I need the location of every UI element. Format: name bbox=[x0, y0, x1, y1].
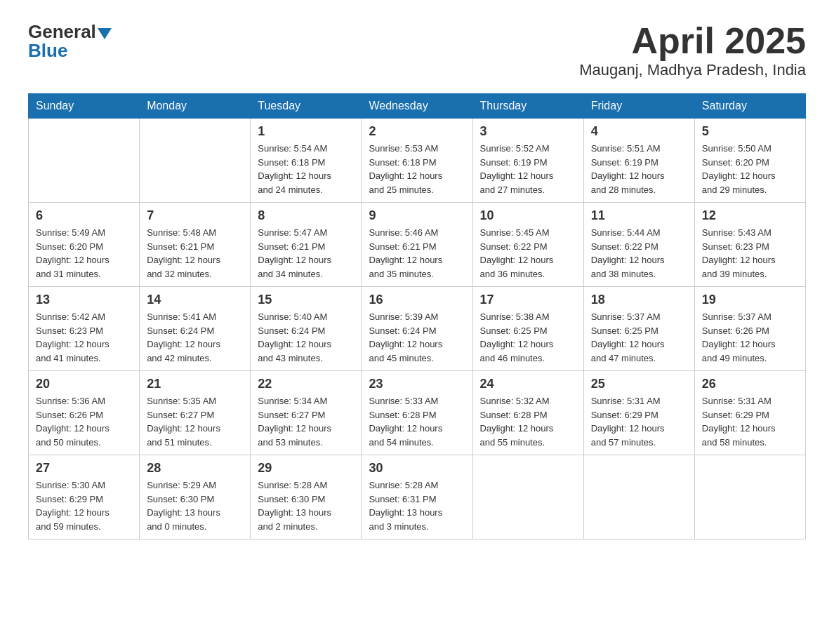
calendar-week-row: 20Sunrise: 5:36 AMSunset: 6:26 PMDayligh… bbox=[29, 371, 806, 455]
day-number: 17 bbox=[480, 293, 576, 307]
calendar-cell: 2Sunrise: 5:53 AMSunset: 6:18 PMDaylight… bbox=[362, 119, 472, 203]
day-info: Sunrise: 5:38 AMSunset: 6:25 PMDaylight:… bbox=[480, 310, 576, 365]
calendar-cell: 3Sunrise: 5:52 AMSunset: 6:19 PMDaylight… bbox=[472, 119, 583, 203]
day-info: Sunrise: 5:28 AMSunset: 6:30 PMDaylight:… bbox=[258, 478, 354, 533]
day-info: Sunrise: 5:34 AMSunset: 6:27 PMDaylight:… bbox=[258, 394, 354, 449]
day-info: Sunrise: 5:54 AMSunset: 6:18 PMDaylight:… bbox=[258, 142, 354, 196]
calendar-cell bbox=[583, 455, 694, 539]
calendar-week-row: 13Sunrise: 5:42 AMSunset: 6:23 PMDayligh… bbox=[29, 287, 806, 371]
day-info: Sunrise: 5:40 AMSunset: 6:24 PMDaylight:… bbox=[258, 310, 354, 365]
title-area: April 2025 Mauganj, Madhya Pradesh, Indi… bbox=[579, 21, 806, 79]
day-number: 23 bbox=[369, 377, 465, 391]
day-number: 5 bbox=[702, 124, 798, 139]
calendar-header-sunday: Sunday bbox=[29, 94, 140, 119]
calendar-cell: 20Sunrise: 5:36 AMSunset: 6:26 PMDayligh… bbox=[29, 371, 140, 455]
calendar-cell: 9Sunrise: 5:46 AMSunset: 6:21 PMDaylight… bbox=[362, 203, 472, 287]
calendar-cell: 11Sunrise: 5:44 AMSunset: 6:22 PMDayligh… bbox=[583, 203, 694, 287]
calendar-cell: 1Sunrise: 5:54 AMSunset: 6:18 PMDaylight… bbox=[251, 119, 362, 203]
day-info: Sunrise: 5:47 AMSunset: 6:21 PMDaylight:… bbox=[258, 226, 354, 281]
day-info: Sunrise: 5:39 AMSunset: 6:24 PMDaylight:… bbox=[369, 310, 465, 365]
calendar-cell: 19Sunrise: 5:37 AMSunset: 6:26 PMDayligh… bbox=[694, 287, 805, 371]
calendar-header-thursday: Thursday bbox=[472, 94, 583, 119]
calendar-cell: 13Sunrise: 5:42 AMSunset: 6:23 PMDayligh… bbox=[29, 287, 140, 371]
day-number: 20 bbox=[36, 377, 132, 391]
day-info: Sunrise: 5:42 AMSunset: 6:23 PMDaylight:… bbox=[36, 310, 132, 365]
calendar-week-row: 6Sunrise: 5:49 AMSunset: 6:20 PMDaylight… bbox=[29, 203, 806, 287]
day-number: 24 bbox=[480, 377, 576, 391]
day-info: Sunrise: 5:29 AMSunset: 6:30 PMDaylight:… bbox=[147, 478, 243, 533]
calendar-cell: 28Sunrise: 5:29 AMSunset: 6:30 PMDayligh… bbox=[140, 455, 251, 539]
day-number: 30 bbox=[369, 461, 465, 476]
calendar-header-friday: Friday bbox=[583, 94, 694, 119]
day-number: 2 bbox=[369, 124, 465, 139]
calendar-cell bbox=[29, 119, 140, 203]
day-info: Sunrise: 5:50 AMSunset: 6:20 PMDaylight:… bbox=[702, 142, 798, 196]
day-number: 22 bbox=[258, 377, 354, 391]
day-number: 6 bbox=[36, 208, 132, 223]
calendar-cell: 15Sunrise: 5:40 AMSunset: 6:24 PMDayligh… bbox=[251, 287, 362, 371]
calendar-cell: 17Sunrise: 5:38 AMSunset: 6:25 PMDayligh… bbox=[472, 287, 583, 371]
calendar-cell: 8Sunrise: 5:47 AMSunset: 6:21 PMDaylight… bbox=[251, 203, 362, 287]
day-number: 11 bbox=[591, 208, 687, 223]
day-info: Sunrise: 5:48 AMSunset: 6:21 PMDaylight:… bbox=[147, 226, 243, 281]
day-info: Sunrise: 5:30 AMSunset: 6:29 PMDaylight:… bbox=[36, 478, 132, 533]
day-info: Sunrise: 5:43 AMSunset: 6:23 PMDaylight:… bbox=[702, 226, 798, 281]
calendar-cell: 23Sunrise: 5:33 AMSunset: 6:28 PMDayligh… bbox=[362, 371, 472, 455]
day-info: Sunrise: 5:33 AMSunset: 6:28 PMDaylight:… bbox=[369, 394, 465, 449]
calendar-cell: 14Sunrise: 5:41 AMSunset: 6:24 PMDayligh… bbox=[140, 287, 251, 371]
day-info: Sunrise: 5:41 AMSunset: 6:24 PMDaylight:… bbox=[147, 310, 243, 365]
calendar-week-row: 1Sunrise: 5:54 AMSunset: 6:18 PMDaylight… bbox=[29, 119, 806, 203]
calendar-cell: 10Sunrise: 5:45 AMSunset: 6:22 PMDayligh… bbox=[472, 203, 583, 287]
day-number: 9 bbox=[369, 208, 465, 223]
day-number: 13 bbox=[36, 293, 132, 307]
calendar-cell bbox=[472, 455, 583, 539]
day-number: 21 bbox=[147, 377, 243, 391]
day-number: 12 bbox=[702, 208, 798, 223]
day-info: Sunrise: 5:37 AMSunset: 6:25 PMDaylight:… bbox=[591, 310, 687, 365]
calendar-cell: 29Sunrise: 5:28 AMSunset: 6:30 PMDayligh… bbox=[251, 455, 362, 539]
calendar-cell: 26Sunrise: 5:31 AMSunset: 6:29 PMDayligh… bbox=[694, 371, 805, 455]
page-header: General Blue April 2025 Mauganj, Madhya … bbox=[28, 21, 806, 79]
day-number: 7 bbox=[147, 208, 243, 223]
calendar-cell: 7Sunrise: 5:48 AMSunset: 6:21 PMDaylight… bbox=[140, 203, 251, 287]
day-info: Sunrise: 5:35 AMSunset: 6:27 PMDaylight:… bbox=[147, 394, 243, 449]
day-number: 1 bbox=[258, 124, 354, 139]
calendar-cell: 25Sunrise: 5:31 AMSunset: 6:29 PMDayligh… bbox=[583, 371, 694, 455]
calendar-cell bbox=[140, 119, 251, 203]
calendar-cell: 22Sunrise: 5:34 AMSunset: 6:27 PMDayligh… bbox=[251, 371, 362, 455]
calendar-cell: 24Sunrise: 5:32 AMSunset: 6:28 PMDayligh… bbox=[472, 371, 583, 455]
calendar-cell bbox=[694, 455, 805, 539]
day-info: Sunrise: 5:51 AMSunset: 6:19 PMDaylight:… bbox=[591, 142, 687, 196]
day-info: Sunrise: 5:32 AMSunset: 6:28 PMDaylight:… bbox=[480, 394, 576, 449]
day-number: 14 bbox=[147, 293, 243, 307]
day-info: Sunrise: 5:46 AMSunset: 6:21 PMDaylight:… bbox=[369, 226, 465, 281]
calendar-header-saturday: Saturday bbox=[694, 94, 805, 119]
calendar-cell: 18Sunrise: 5:37 AMSunset: 6:25 PMDayligh… bbox=[583, 287, 694, 371]
calendar-header-wednesday: Wednesday bbox=[362, 94, 472, 119]
month-title: April 2025 bbox=[579, 21, 806, 61]
day-info: Sunrise: 5:45 AMSunset: 6:22 PMDaylight:… bbox=[480, 226, 576, 281]
calendar-cell: 12Sunrise: 5:43 AMSunset: 6:23 PMDayligh… bbox=[694, 203, 805, 287]
location-title: Mauganj, Madhya Pradesh, India bbox=[579, 61, 806, 79]
day-info: Sunrise: 5:37 AMSunset: 6:26 PMDaylight:… bbox=[702, 310, 798, 365]
day-number: 29 bbox=[258, 461, 354, 476]
calendar-cell: 5Sunrise: 5:50 AMSunset: 6:20 PMDaylight… bbox=[694, 119, 805, 203]
day-info: Sunrise: 5:31 AMSunset: 6:29 PMDaylight:… bbox=[702, 394, 798, 449]
day-number: 3 bbox=[480, 124, 576, 139]
calendar-header-monday: Monday bbox=[140, 94, 251, 119]
day-number: 18 bbox=[591, 293, 687, 307]
calendar-cell: 4Sunrise: 5:51 AMSunset: 6:19 PMDaylight… bbox=[583, 119, 694, 203]
calendar-cell: 27Sunrise: 5:30 AMSunset: 6:29 PMDayligh… bbox=[29, 455, 140, 539]
calendar-cell: 30Sunrise: 5:28 AMSunset: 6:31 PMDayligh… bbox=[362, 455, 472, 539]
day-number: 19 bbox=[702, 293, 798, 307]
logo: General Blue bbox=[28, 21, 112, 62]
calendar-cell: 21Sunrise: 5:35 AMSunset: 6:27 PMDayligh… bbox=[140, 371, 251, 455]
day-info: Sunrise: 5:52 AMSunset: 6:19 PMDaylight:… bbox=[480, 142, 576, 196]
day-number: 26 bbox=[702, 377, 798, 391]
day-number: 15 bbox=[258, 293, 354, 307]
day-info: Sunrise: 5:44 AMSunset: 6:22 PMDaylight:… bbox=[591, 226, 687, 281]
day-number: 4 bbox=[591, 124, 687, 139]
day-info: Sunrise: 5:31 AMSunset: 6:29 PMDaylight:… bbox=[591, 394, 687, 449]
day-number: 27 bbox=[36, 461, 132, 476]
day-info: Sunrise: 5:28 AMSunset: 6:31 PMDaylight:… bbox=[369, 478, 465, 533]
